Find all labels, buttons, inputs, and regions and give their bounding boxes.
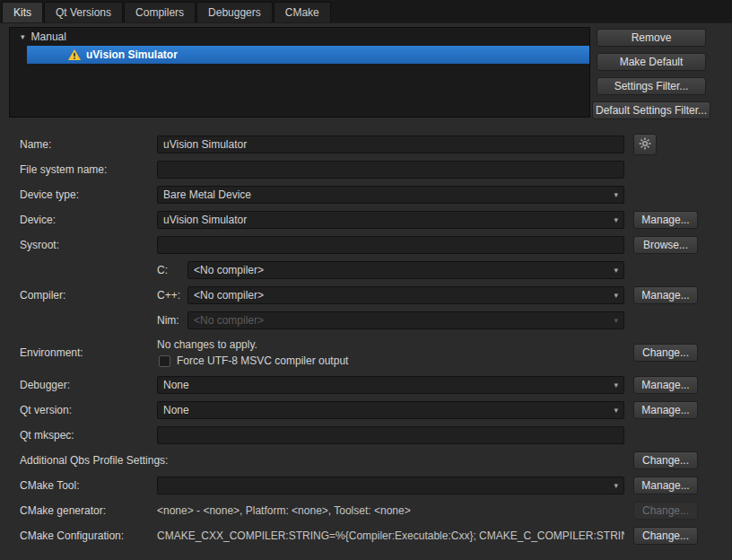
- row-compiler-nim: Nim: <No compiler> ▾: [20, 308, 698, 333]
- cmake-tool-manage-button[interactable]: Manage...: [633, 477, 698, 494]
- make-default-button[interactable]: Make Default: [597, 53, 706, 71]
- compiler-label: Compiler:: [20, 289, 157, 302]
- default-settings-filter-button[interactable]: Default Settings Filter...: [592, 101, 710, 119]
- kit-item-label: uVision Simulator: [86, 48, 178, 61]
- qt-version-value: None: [163, 404, 189, 416]
- compiler-nim-label: Nim:: [157, 314, 187, 327]
- qt-mkspec-input[interactable]: [157, 426, 624, 444]
- compiler-nim-select: <No compiler> ▾: [187, 311, 624, 329]
- file-system-name-input[interactable]: [157, 161, 624, 179]
- device-manage-button[interactable]: Manage...: [633, 211, 698, 229]
- row-compiler-c: C: <No compiler> ▾: [20, 258, 698, 283]
- compiler-nim-value: <No compiler>: [194, 314, 264, 327]
- chevron-down-icon: ▾: [614, 481, 618, 490]
- row-qt-version: Qt version: None ▾ Manage...: [20, 398, 698, 423]
- kit-form: Name: uVision Simulator: [20, 132, 698, 548]
- chevron-down-icon: ▾: [614, 381, 618, 389]
- row-file-system-name: File system name:: [20, 157, 698, 182]
- tab-compilers[interactable]: Compilers: [124, 2, 196, 22]
- cmake-configuration-label: CMake Configuration:: [20, 529, 157, 542]
- kit-list-panel: ▾ Manual uVision Simulator: [9, 27, 590, 118]
- chevron-down-icon: ▾: [614, 190, 618, 199]
- force-utf8-checkbox[interactable]: [159, 355, 170, 367]
- kit-group-label: Manual: [31, 31, 66, 43]
- expand-arrow-icon: ▾: [21, 32, 25, 41]
- row-debugger: Debugger: None ▾ Manage...: [20, 372, 698, 398]
- row-compiler-cxx: Compiler: C++: <No compiler> ▾ Manage...: [20, 283, 698, 308]
- compiler-cxx-value: <No compiler>: [194, 289, 264, 302]
- chevron-down-icon: ▾: [614, 266, 618, 275]
- row-cmake-generator: CMake generator: <none> - <none>, Platfo…: [20, 498, 698, 523]
- name-label: Name:: [20, 138, 157, 151]
- kit-item-uvision-simulator[interactable]: uVision Simulator: [27, 46, 589, 64]
- name-input[interactable]: uVision Simulator: [157, 136, 624, 153]
- tab-qt-versions[interactable]: Qt Versions: [44, 2, 123, 22]
- sysroot-browse-button[interactable]: Browse...: [633, 236, 698, 254]
- row-device: Device: uVision Simulator ▾ Manage...: [20, 207, 698, 232]
- row-cmake-tool: CMake Tool: ▾ Manage...: [20, 473, 698, 498]
- tab-debuggers[interactable]: Debuggers: [196, 2, 273, 22]
- qt-version-manage-button[interactable]: Manage...: [633, 401, 698, 419]
- row-device-type: Device type: Bare Metal Device ▾: [20, 182, 698, 207]
- sysroot-label: Sysroot:: [20, 239, 157, 251]
- compiler-c-label: C:: [157, 264, 187, 276]
- row-sysroot: Sysroot: Browse...: [20, 232, 698, 258]
- qt-mkspec-label: Qt mkspec:: [20, 429, 157, 442]
- device-value: uVision Simulator: [163, 214, 247, 226]
- cmake-configuration-value: CMAKE_CXX_COMPILER:STRING=%{Compiler:Exe…: [157, 529, 624, 542]
- settings-filter-button[interactable]: Settings Filter...: [597, 77, 706, 95]
- kit-icon-button[interactable]: [633, 134, 657, 155]
- device-type-select[interactable]: Bare Metal Device ▾: [157, 186, 624, 204]
- environment-status: No changes to apply.: [157, 338, 624, 351]
- gear-icon: [639, 137, 651, 153]
- tab-kits[interactable]: Kits: [2, 2, 43, 22]
- compiler-cxx-label: C++:: [157, 289, 187, 302]
- qbs-change-button[interactable]: Change...: [633, 451, 698, 469]
- remove-button[interactable]: Remove: [597, 29, 706, 47]
- debugger-manage-button[interactable]: Manage...: [633, 376, 698, 394]
- debugger-value: None: [163, 379, 189, 391]
- tab-bar: Kits Qt Versions Compilers Debuggers CMa…: [0, 0, 732, 23]
- kit-group-manual[interactable]: ▾ Manual: [10, 28, 589, 46]
- chevron-down-icon: ▾: [614, 215, 618, 224]
- device-label: Device:: [20, 214, 157, 226]
- debugger-label: Debugger:: [20, 379, 157, 391]
- environment-label: Environment:: [20, 346, 157, 359]
- cmake-configuration-change-button[interactable]: Change...: [633, 527, 698, 545]
- kit-actions: Remove Make Default Settings Filter... D…: [592, 29, 710, 119]
- cmake-generator-value: <none> - <none>, Platform: <none>, Tools…: [157, 504, 624, 517]
- row-cmake-configuration: CMake Configuration: CMAKE_CXX_COMPILER:…: [20, 523, 698, 548]
- compiler-cxx-select[interactable]: <No compiler> ▾: [187, 286, 624, 304]
- environment-change-button[interactable]: Change...: [633, 344, 698, 362]
- file-system-name-label: File system name:: [20, 163, 157, 176]
- chevron-down-icon: ▾: [614, 291, 618, 300]
- sysroot-input[interactable]: [157, 236, 624, 254]
- compiler-manage-button[interactable]: Manage...: [633, 286, 698, 304]
- device-type-label: Device type:: [20, 188, 157, 201]
- chevron-down-icon: ▾: [614, 406, 618, 415]
- cmake-tool-select[interactable]: ▾: [157, 477, 624, 494]
- compiler-c-select[interactable]: <No compiler> ▾: [187, 261, 624, 279]
- device-select[interactable]: uVision Simulator ▾: [157, 211, 624, 229]
- device-type-value: Bare Metal Device: [163, 188, 251, 201]
- cmake-tool-label: CMake Tool:: [20, 479, 157, 492]
- row-environment: Environment: No changes to apply. Force …: [20, 333, 698, 372]
- qt-version-label: Qt version:: [20, 404, 157, 416]
- cmake-generator-label: CMake generator:: [20, 504, 157, 517]
- cmake-generator-change-button: Change...: [633, 502, 698, 520]
- row-name: Name: uVision Simulator: [20, 132, 698, 157]
- warning-icon: [68, 49, 81, 60]
- tab-cmake[interactable]: CMake: [274, 2, 331, 22]
- qt-version-select[interactable]: None ▾: [157, 401, 624, 419]
- debugger-select[interactable]: None ▾: [157, 376, 624, 394]
- row-qbs-settings: Additional Qbs Profile Settings: Change.…: [20, 448, 698, 473]
- qbs-settings-label: Additional Qbs Profile Settings:: [20, 454, 157, 467]
- name-value: uVision Simulator: [163, 138, 247, 151]
- compiler-c-value: <No compiler>: [194, 264, 264, 276]
- force-utf8-checkbox-label: Force UTF-8 MSVC compiler output: [177, 354, 348, 367]
- chevron-down-icon: ▾: [614, 316, 618, 325]
- row-qt-mkspec: Qt mkspec:: [20, 423, 698, 448]
